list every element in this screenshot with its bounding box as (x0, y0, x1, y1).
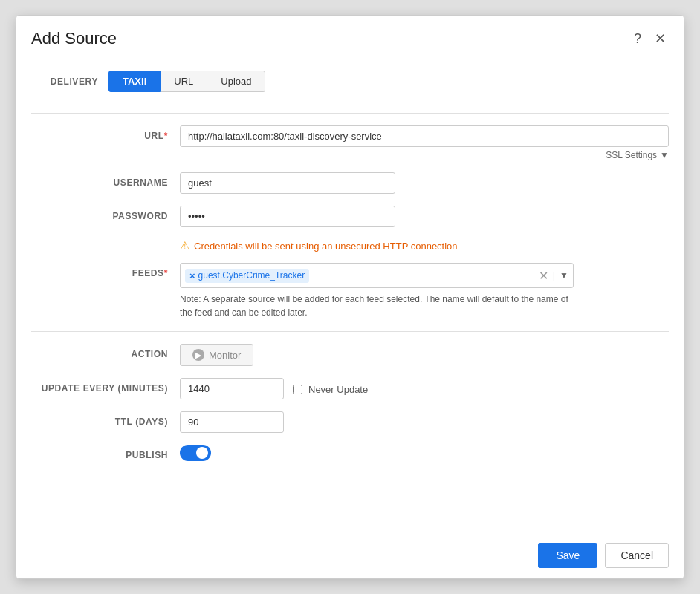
url-row: URL* SSL Settings ▼ (31, 125, 669, 160)
delivery-row: DELIVERY TAXII URL Upload (31, 59, 669, 101)
help-button[interactable]: ? (631, 30, 644, 48)
action-row: ACTION ▶ Monitor (31, 344, 669, 366)
feeds-clear-icon[interactable]: ✕ (539, 269, 548, 283)
feeds-dropdown-icon[interactable]: ▼ (560, 270, 568, 281)
header-icons: ? ✕ (631, 29, 669, 48)
feed-tag-label: guest.CyberCrime_Tracker (198, 270, 305, 281)
username-label: USERNAME (31, 172, 180, 188)
password-control (180, 206, 395, 227)
publish-toggle[interactable] (180, 445, 211, 461)
tab-taxii[interactable]: TAXII (108, 71, 161, 92)
action-value: Monitor (209, 350, 241, 361)
tabs-container: TAXII URL Upload (108, 71, 265, 92)
add-source-dialog: Add Source ? ✕ DELIVERY TAXII URL Upload… (16, 15, 684, 579)
monitor-icon: ▶ (192, 349, 204, 361)
close-icon: ✕ (655, 31, 666, 46)
ttl-label: TTL (DAYS) (31, 411, 180, 427)
update-row: UPDATE EVERY (MINUTES) Never Update (31, 378, 669, 399)
warning-icon: ⚠ (180, 239, 189, 252)
cancel-button[interactable]: Cancel (605, 543, 669, 568)
update-input[interactable] (180, 378, 284, 399)
warning-row: ⚠ Credentials will be sent using an unse… (180, 239, 669, 252)
never-update-row: Never Update (293, 384, 368, 395)
warning-text: Credentials will be sent using an unsecu… (194, 241, 458, 252)
ssl-settings-row: SSL Settings ▼ (180, 150, 669, 160)
tab-upload[interactable]: Upload (207, 71, 265, 92)
feeds-label: FEEDS* (31, 263, 180, 278)
save-button[interactable]: Save (538, 543, 597, 568)
username-input[interactable] (180, 172, 395, 194)
publish-label: PUBLISH (31, 445, 180, 460)
update-label: UPDATE EVERY (MINUTES) (31, 378, 180, 394)
username-control (180, 172, 395, 194)
password-input[interactable] (180, 206, 395, 227)
feed-tag: × guest.CyberCrime_Tracker (185, 269, 309, 283)
tab-url[interactable]: URL (161, 71, 207, 92)
password-row: PASSWORD (31, 206, 669, 227)
chevron-down-icon: ▼ (660, 150, 669, 160)
tag-x-icon[interactable]: × (189, 270, 195, 281)
feeds-input-wrapper[interactable]: × guest.CyberCrime_Tracker ✕ | ▼ (180, 263, 574, 288)
dialog-title: Add Source (31, 29, 117, 48)
action-control: ▶ Monitor (180, 344, 574, 366)
never-update-label[interactable]: Never Update (308, 384, 368, 395)
ssl-settings-link[interactable]: SSL Settings ▼ (606, 150, 669, 160)
delivery-label: DELIVERY (31, 76, 98, 87)
url-input[interactable] (180, 125, 669, 147)
feeds-separator: | (553, 270, 555, 281)
url-control: SSL Settings ▼ (180, 125, 669, 160)
dialog-body: DELIVERY TAXII URL Upload URL* SSL Setti… (16, 59, 684, 532)
password-label: PASSWORD (31, 206, 180, 221)
publish-control (180, 445, 574, 461)
action-label: ACTION (31, 344, 180, 359)
feeds-actions: ✕ | ▼ (539, 269, 568, 283)
section-divider-mid (31, 331, 669, 332)
ttl-input[interactable] (180, 411, 284, 433)
username-row: USERNAME (31, 172, 669, 194)
feeds-control: × guest.CyberCrime_Tracker ✕ | ▼ Note: A… (180, 263, 574, 319)
toggle-slider (180, 445, 211, 461)
action-button: ▶ Monitor (180, 344, 253, 366)
dialog-footer: Save Cancel (16, 532, 684, 578)
url-label: URL* (31, 125, 180, 141)
feeds-note: Note: A separate source will be added fo… (180, 293, 574, 319)
feeds-row: FEEDS* × guest.CyberCrime_Tracker ✕ | ▼ … (31, 263, 669, 319)
update-control: Never Update (180, 378, 574, 399)
dialog-header: Add Source ? ✕ (16, 16, 684, 59)
ttl-control (180, 411, 574, 433)
never-update-checkbox[interactable] (293, 385, 302, 394)
ttl-row: TTL (DAYS) (31, 411, 669, 433)
close-button[interactable]: ✕ (652, 29, 669, 48)
publish-row: PUBLISH (31, 445, 669, 461)
help-icon: ? (634, 31, 641, 46)
section-divider-top (31, 113, 669, 114)
